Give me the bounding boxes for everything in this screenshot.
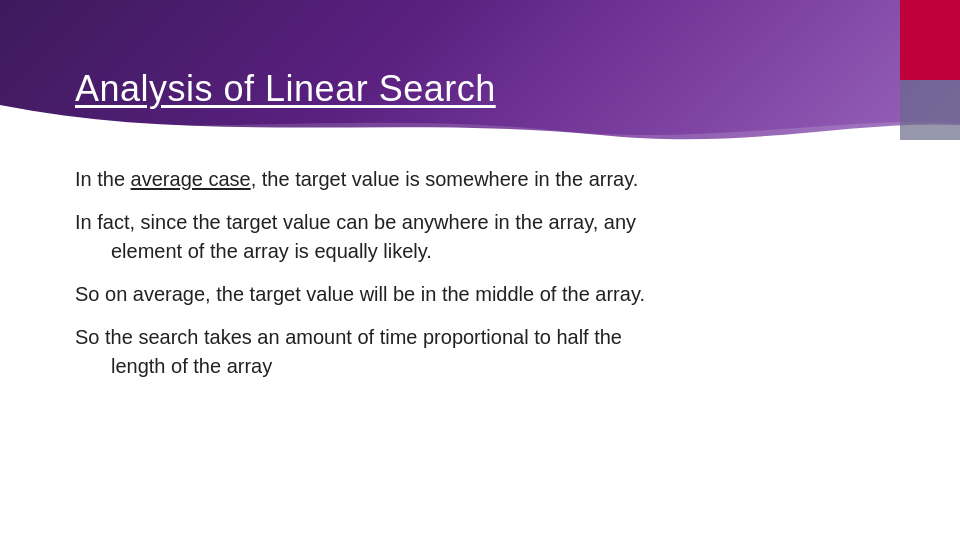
content-line-4a: So the search takes an amount of time pr…: [75, 323, 870, 352]
deco-red-rectangle: [900, 0, 960, 80]
content-line-4b: length of the array: [75, 352, 870, 381]
content-area: In the average case, the target value is…: [75, 165, 870, 510]
header-wave: [0, 105, 960, 145]
content-line-2b: element of the array is equally likely.: [75, 237, 870, 266]
content-line-1: In the average case, the target value is…: [75, 165, 870, 194]
content-block-2: In fact, since the target value can be a…: [75, 208, 870, 266]
content-line-2a: In fact, since the target value can be a…: [75, 208, 870, 237]
deco-dark-rectangle: [900, 80, 960, 140]
slide: Analysis of Linear Search In the average…: [0, 0, 960, 540]
average-case-text: average case: [131, 168, 251, 190]
content-line-3: So on average, the target value will be …: [75, 280, 870, 309]
content-block-4: So the search takes an amount of time pr…: [75, 323, 870, 381]
slide-title: Analysis of Linear Search: [75, 68, 496, 110]
